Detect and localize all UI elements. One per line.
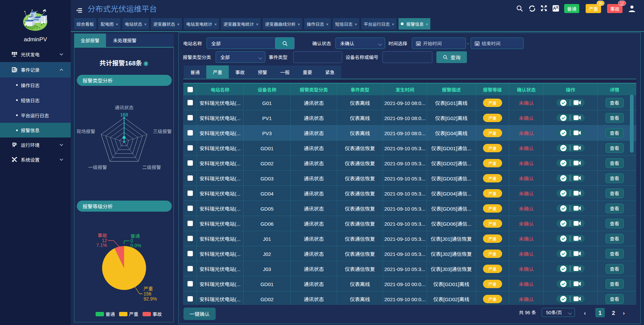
svg-text:一级报警: 一级报警 bbox=[88, 164, 107, 170]
svg-text:168: 168 bbox=[120, 111, 128, 118]
svg-text:文: 文 bbox=[556, 5, 559, 9]
svg-text:0.0%: 0.0% bbox=[130, 242, 141, 249]
svg-text:7.1%: 7.1% bbox=[96, 241, 107, 248]
svg-text:三级报警: 三级报警 bbox=[153, 128, 172, 134]
svg-text:二级报警: 二级报警 bbox=[142, 164, 161, 170]
svg-text:通讯状态: 通讯状态 bbox=[115, 104, 133, 111]
svg-text:现场报警: 现场报警 bbox=[76, 128, 95, 134]
svg-text:92.9%: 92.9% bbox=[144, 295, 157, 302]
